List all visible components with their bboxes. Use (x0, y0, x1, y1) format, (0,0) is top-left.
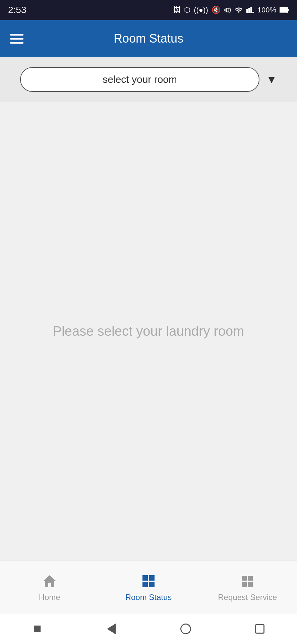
room-selector-button[interactable]: select your room (20, 67, 259, 92)
top-navigation: Room Status (0, 20, 297, 57)
battery-text: 100% (257, 6, 276, 14)
back-button[interactable] (103, 621, 119, 637)
room-status-nav-label: Room Status (125, 593, 172, 602)
hamburger-menu-button[interactable] (10, 34, 23, 44)
room-status-nav-icon (140, 573, 157, 590)
home-nav-label: Home (39, 593, 60, 602)
multitask-square-icon (255, 624, 264, 634)
home-button[interactable] (178, 621, 194, 637)
home-circle-icon (180, 624, 191, 634)
wifi-icon (235, 6, 243, 14)
hamburger-line-3 (10, 42, 23, 44)
main-content: Please select your laundry room (0, 102, 297, 560)
system-bar (0, 614, 297, 644)
recent-apps-button[interactable] (29, 621, 45, 637)
hotspot-icon: ((●)) (194, 6, 208, 14)
nav-item-home[interactable]: Home (0, 573, 99, 602)
multitask-button[interactable] (252, 621, 268, 637)
status-icons: 🖼 ⬡ ((●)) 🔇 100% (173, 6, 289, 14)
room-selector-area: select your room ▼ (0, 57, 297, 102)
empty-state-text: Please select your laundry room (53, 324, 244, 339)
request-service-nav-label: Request Service (218, 593, 277, 602)
home-nav-icon (41, 573, 58, 590)
status-time: 2:53 (8, 5, 26, 15)
nav-item-request-service[interactable]: Request Service (198, 573, 297, 602)
hamburger-line-1 (10, 34, 23, 36)
dropdown-arrow-icon[interactable]: ▼ (266, 73, 277, 86)
stop-icon (34, 626, 41, 632)
page-title: Room Status (34, 32, 263, 46)
nfc-icon: ⬡ (184, 6, 190, 14)
vibrate-icon (224, 6, 231, 14)
signal-icon (246, 6, 254, 14)
svg-rect-2 (288, 9, 289, 11)
hamburger-line-2 (10, 38, 23, 40)
photo-icon: 🖼 (173, 6, 181, 14)
battery-icon (280, 6, 289, 14)
nav-item-room-status[interactable]: Room Status (99, 573, 198, 602)
bottom-navigation: Home Room Status Request Service (0, 560, 297, 614)
status-bar: 2:53 🖼 ⬡ ((●)) 🔇 100% (0, 0, 297, 20)
svg-rect-1 (280, 8, 287, 12)
mute-icon: 🔇 (212, 6, 221, 14)
back-arrow-icon (107, 624, 116, 634)
request-service-nav-icon (239, 573, 256, 590)
